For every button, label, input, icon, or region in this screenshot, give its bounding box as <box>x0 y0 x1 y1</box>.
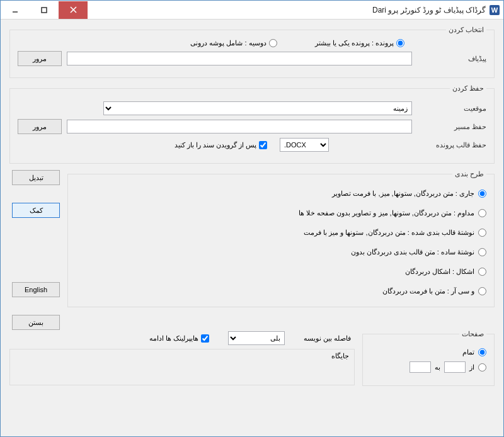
format-select[interactable]: .DOCX <box>280 138 329 152</box>
layout-opt-3[interactable]: نوشتۀ ساده : متن قالب بندی دربردگان بدون <box>76 248 486 256</box>
maximize-button[interactable] <box>30 1 59 19</box>
layout-opt-5-label: و سی آر : متن با فرمت دربردگان <box>382 287 474 295</box>
source-folder-radio[interactable]: دوسیه : شامل پوشه درونی <box>190 39 277 47</box>
status-label: جایگاه <box>331 352 349 360</box>
layout-group-legend: طرح بندی <box>452 170 486 178</box>
layout-opt-5[interactable]: و سی آر : متن با فرمت دربردگان <box>76 287 486 295</box>
help-button[interactable]: کمک <box>12 203 60 218</box>
pages-group-legend: صفحات <box>459 330 486 338</box>
source-folder-radio-input[interactable] <box>269 39 277 47</box>
pages-to-label: به <box>435 363 440 372</box>
source-file-radio[interactable]: پرونده : پرونده یکی یا بیشتر <box>315 39 404 47</box>
titlebar: W گرڈاک پیڈیاف ٹو ورڈ کنورٹر پرو Dari <box>1 1 503 20</box>
pages-from-input[interactable] <box>444 361 466 373</box>
pages-range-radio[interactable] <box>478 363 486 372</box>
browse-save-button[interactable]: مرور <box>18 119 62 134</box>
select-group-legend: انتخاب کردن <box>446 26 486 34</box>
hyperlinks-label: هایپرلینک ها ادامه <box>149 334 198 343</box>
open-after-checkbox[interactable] <box>259 141 267 149</box>
convert-button[interactable]: تبدیل <box>12 170 60 185</box>
save-format-label: حفظ قالب پرونده <box>417 141 486 149</box>
layout-opt-3-label: نوشتۀ ساده : متن قالب بندی دربردگان بدون <box>351 248 474 256</box>
pages-all-label: تمام <box>462 348 474 356</box>
layout-opt-2[interactable]: نوشتۀ قالب بندی شده : متن دربردگان, ستون… <box>76 229 486 237</box>
pdf-label: پیڈیاف <box>417 55 486 63</box>
layout-opt-0[interactable]: جاری : متن دربردگان, ستونها, میز, با فرم… <box>76 190 486 198</box>
save-path-label: حفظ مسیر <box>417 123 486 131</box>
source-file-radio-label: پرونده : پرونده یکی یا بیشتر <box>315 39 394 47</box>
layout-opt-2-label: نوشتۀ قالب بندی شده : متن دربردگان, ستون… <box>304 229 474 237</box>
source-folder-radio-label: دوسیه : شامل پوشه درونی <box>190 39 266 47</box>
window-title: گرڈاک پیڈیاف ٹو ورڈ کنورٹر پرو Dari <box>372 6 486 14</box>
source-file-radio-input[interactable] <box>396 39 404 47</box>
char-spacing-select[interactable]: بلی <box>228 331 285 345</box>
layout-opt-4[interactable]: اشکال : اشکال دربردگان <box>76 268 486 276</box>
layout-opt-1[interactable]: مداوم : متن دربردگان, ستونها, میز و تصاو… <box>76 209 486 217</box>
select-group: انتخاب کردن پرونده : پرونده یکی یا بیشتر… <box>9 26 495 78</box>
char-spacing-label: فاصله بین نویسه <box>304 334 351 343</box>
app-window: W گرڈاک پیڈیاف ٹو ورڈ کنورٹر پرو Dari ان… <box>0 0 504 437</box>
open-after-label: پس از گرویدن سند را باز کنید <box>175 141 256 149</box>
layout-opt-0-label: جاری : متن دربردگان, ستونها, میز, با فرم… <box>332 190 474 198</box>
save-group: حفظ کردن موقعیت زمینه حفظ مسیر مرور حفظ … <box>9 84 495 164</box>
status-box: جایگاه <box>9 349 355 385</box>
hyperlinks-check[interactable]: هایپرلینک ها ادامه <box>149 334 209 343</box>
pdf-path-input[interactable] <box>67 52 412 65</box>
browse-pdf-button[interactable]: مرور <box>18 51 62 66</box>
close-button[interactable]: بستن <box>12 315 60 330</box>
location-select[interactable]: زمینه <box>103 101 412 115</box>
app-icon: W <box>490 5 500 15</box>
pages-from-label: از <box>469 363 474 372</box>
location-label: موقعیت <box>417 105 486 113</box>
pages-all-radio[interactable] <box>478 348 486 356</box>
hyperlinks-checkbox[interactable] <box>201 334 209 343</box>
save-group-legend: حفظ کردن <box>450 84 486 93</box>
minimize-button[interactable] <box>1 1 30 19</box>
layout-opt-4-label: اشکال : اشکال دربردگان <box>405 268 474 276</box>
side-buttons: تبدیل کمک English بستن <box>9 170 60 330</box>
open-after-check[interactable]: پس از گرویدن سند را باز کنید <box>175 141 267 149</box>
save-path-input[interactable] <box>67 120 412 133</box>
layout-group: طرح بندی جاری : متن دربردگان, ستونها, می… <box>67 170 495 307</box>
english-button[interactable]: English <box>12 282 60 297</box>
pages-group: صفحات تمام از به <box>362 330 495 386</box>
layout-opt-1-label: مداوم : متن دربردگان, ستونها, میز و تصاو… <box>299 209 474 217</box>
close-window-button[interactable] <box>59 1 88 19</box>
pages-to-input[interactable] <box>410 361 431 373</box>
svg-rect-1 <box>42 8 47 13</box>
